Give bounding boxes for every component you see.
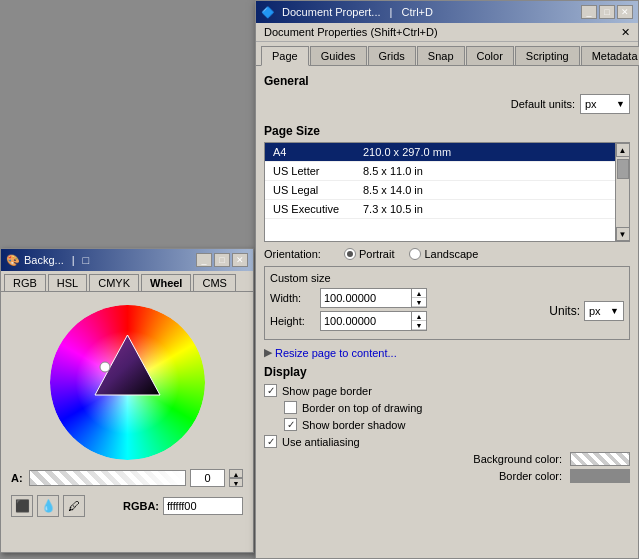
show-border-shadow-row: Show border shadow [284,418,630,431]
orientation-landscape[interactable]: Landscape [409,248,478,260]
custom-units-select[interactable]: px ▼ [584,301,624,321]
units-dropdown-icon[interactable]: ▼ [616,99,625,109]
alpha-up[interactable]: ▲ [229,469,243,478]
rgba-label: RGBA: [123,500,159,512]
use-antialiasing-checkbox[interactable] [264,435,277,448]
units-field: Units: px ▼ [549,301,624,321]
scroll-thumb[interactable] [617,159,629,179]
doc-tab-metadata[interactable]: Metadata [581,46,639,65]
page-size-row-usexec[interactable]: US Executive 7.3 x 10.5 in [265,200,629,219]
page-size-dim-usletter: 8.5 x 11.0 in [363,165,621,177]
border-color-row: Border color: [264,469,630,483]
default-units-select[interactable]: px ▼ [580,94,630,114]
border-on-top-checkbox[interactable] [284,401,297,414]
general-title: General [264,74,630,88]
width-down[interactable]: ▼ [412,298,426,307]
doc-subtitle-bar: Document Properties (Shift+Ctrl+D) ✕ [256,23,638,42]
doc-tab-scripting[interactable]: Scripting [515,46,580,65]
portrait-radio[interactable] [344,248,356,260]
doc-tab-color[interactable]: Color [466,46,514,65]
page-size-name-usletter: US Letter [273,165,363,177]
dropper-tool[interactable]: 💧 [37,495,59,517]
background-color-swatch[interactable] [570,452,630,466]
width-up[interactable]: ▲ [412,289,426,298]
page-size-row-a4[interactable]: A4 210.0 x 297.0 mm [265,143,629,162]
landscape-radio[interactable] [409,248,421,260]
doc-dialog-inner: Page Guides Grids Snap Color Scripting M… [256,42,638,555]
display-section: Display Show page border Border on top o… [264,365,630,483]
default-units-row: Default units: px ▼ [264,94,630,114]
use-antialiasing-row: Use antialiasing [264,435,630,448]
orientation-portrait[interactable]: Portrait [344,248,394,260]
bg-dialog-title: 🎨 Backg... | □ [6,254,89,267]
doc-controls: _ □ ✕ [581,5,633,19]
bg-tab-cms[interactable]: CMS [193,274,235,291]
width-input-wrap[interactable]: ▲ ▼ [320,288,427,308]
pick-color-button[interactable]: 🖊 [63,495,85,517]
width-input[interactable] [321,289,411,307]
height-field-row: Height: ▲ ▼ [270,311,541,331]
doc-properties-dialog: 🔷 Document Propert... | Ctrl+D _ □ ✕ Doc… [255,0,639,559]
custom-fields-left: Width: ▲ ▼ Height: [270,288,541,334]
height-input[interactable] [321,312,411,330]
doc-tab-grids[interactable]: Grids [368,46,416,65]
bg-dialog-controls: _ □ ✕ [196,253,248,267]
wheel-container[interactable] [50,305,205,460]
custom-units-value: px [589,305,610,317]
border-color-label: Border color: [264,470,562,482]
height-down[interactable]: ▼ [412,321,426,330]
doc-tab-guides[interactable]: Guides [310,46,367,65]
bg-tabs: RGB HSL CMYK Wheel CMS [1,271,253,291]
doc-tab-page[interactable]: Page [261,46,309,66]
show-page-border-checkbox[interactable] [264,384,277,397]
doc-restore-button[interactable]: □ [599,5,615,19]
bg-minimize-button[interactable]: _ [196,253,212,267]
width-spinner: ▲ ▼ [411,289,426,307]
doc-tab-snap[interactable]: Snap [417,46,465,65]
bg-tab-cmyk[interactable]: CMYK [89,274,139,291]
color-wheel-area [6,297,248,467]
orientation-row: Orientation: Portrait Landscape [264,248,630,260]
bg-close-button[interactable]: ✕ [232,253,248,267]
width-field-row: Width: ▲ ▼ [270,288,541,308]
resize-link-text[interactable]: Resize page to content... [275,347,397,359]
orientation-label: Orientation: [264,248,344,260]
resize-link[interactable]: ▶ Resize page to content... [264,346,630,359]
page-size-row-uslegal[interactable]: US Legal 8.5 x 14.0 in [265,181,629,200]
alpha-bar[interactable] [29,470,186,486]
bg-restore-button[interactable]: □ [214,253,230,267]
page-size-row-usletter[interactable]: US Letter 8.5 x 11.0 in [265,162,629,181]
height-label: Height: [270,315,320,327]
default-units-label: Default units: [511,98,575,110]
custom-size-title: Custom size [270,272,624,284]
border-color-swatch[interactable] [570,469,630,483]
height-input-wrap[interactable]: ▲ ▼ [320,311,427,331]
rgba-input[interactable]: ffffff00 [163,497,243,515]
show-page-border-row: Show page border [264,384,630,397]
alpha-input[interactable]: 0 [190,469,225,487]
scroll-up-arrow[interactable]: ▲ [616,143,630,157]
doc-title-text-label: Document Propert... [282,6,380,18]
doc-minimize-button[interactable]: _ [581,5,597,19]
bg-tab-wheel[interactable]: Wheel [141,274,191,291]
doc-title: 🔷 Document Propert... | Ctrl+D [261,6,433,19]
color-picker-handle[interactable] [100,362,110,372]
page-size-scrollbar[interactable]: ▲ ▼ [615,143,629,241]
doc-close-button[interactable]: ✕ [617,5,633,19]
page-size-name-usexec: US Executive [273,203,363,215]
bg-tab-rgb[interactable]: RGB [4,274,46,291]
alpha-down[interactable]: ▼ [229,478,243,487]
doc-subtitle-close[interactable]: ✕ [621,26,630,39]
eyedropper-button[interactable]: ⬛ [11,495,33,517]
scroll-down-arrow[interactable]: ▼ [616,227,630,241]
bg-dialog-icon: 🎨 [6,254,20,267]
bg-tab-hsl[interactable]: HSL [48,274,87,291]
height-up[interactable]: ▲ [412,312,426,321]
custom-units-icon[interactable]: ▼ [610,306,619,316]
units-label: Units: [549,304,580,318]
show-page-border-label: Show page border [282,385,372,397]
page-size-list[interactable]: A4 210.0 x 297.0 mm US Letter 8.5 x 11.0… [264,142,630,242]
show-border-shadow-checkbox[interactable] [284,418,297,431]
page-size-dim-a4: 210.0 x 297.0 mm [363,146,621,158]
bg-dialog-titlebar: 🎨 Backg... | □ _ □ ✕ [1,249,253,271]
